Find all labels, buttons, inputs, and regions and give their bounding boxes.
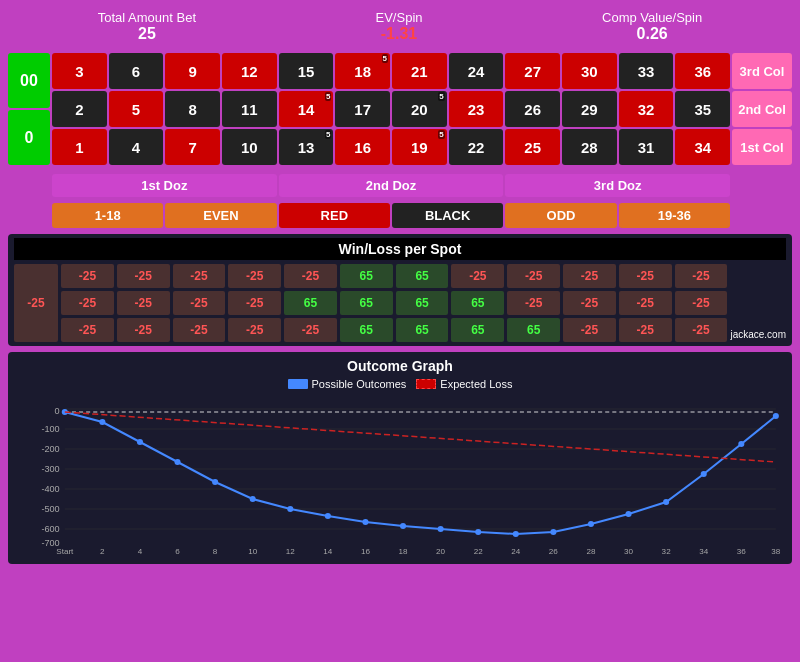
num-25[interactable]: 25 (505, 129, 560, 165)
svg-text:2: 2 (100, 547, 105, 554)
svg-text:34: 34 (699, 547, 709, 554)
wl-cell-green: 65 (340, 291, 393, 315)
svg-point-52 (626, 511, 632, 517)
num-31[interactable]: 31 (619, 129, 674, 165)
col-label-1st[interactable]: 1st Col (732, 129, 792, 165)
num-20[interactable]: 205 (392, 91, 447, 127)
num-19[interactable]: 195 (392, 129, 447, 165)
num-16[interactable]: 16 (335, 129, 390, 165)
num-5[interactable]: 5 (109, 91, 164, 127)
svg-text:10: 10 (248, 547, 258, 554)
num-28[interactable]: 28 (562, 129, 617, 165)
legend-expected-label: Expected Loss (440, 378, 512, 390)
num-9[interactable]: 9 (165, 53, 220, 89)
wl-cell: -25 (173, 291, 226, 315)
main-container: Total Amount Bet 25 EV/Spin -1.31 Comp V… (0, 0, 800, 572)
svg-point-42 (250, 496, 256, 502)
num-36[interactable]: 36 (675, 53, 730, 89)
stats-row: Total Amount Bet 25 EV/Spin -1.31 Comp V… (8, 8, 792, 47)
num-15[interactable]: 15 (279, 53, 334, 89)
svg-text:38: 38 (771, 547, 781, 554)
svg-text:22: 22 (474, 547, 484, 554)
wl-cell-green: 65 (340, 264, 393, 288)
wl-cell: -25 (228, 318, 281, 342)
num-26[interactable]: 26 (505, 91, 560, 127)
col-label-2nd[interactable]: 2nd Col (732, 91, 792, 127)
bet-red[interactable]: RED (279, 203, 390, 228)
svg-point-55 (738, 441, 744, 447)
win-loss-section: Win/Loss per Spot -25 -25 -25 -25 -25 -2… (8, 234, 792, 346)
svg-point-56 (773, 413, 779, 419)
num-10[interactable]: 10 (222, 129, 277, 165)
wl-cell: -25 (451, 264, 504, 288)
bet-odd[interactable]: ODD (505, 203, 616, 228)
svg-text:-100: -100 (41, 424, 59, 434)
num-2[interactable]: 2 (52, 91, 107, 127)
ev-block: EV/Spin -1.31 (376, 10, 423, 43)
num-27[interactable]: 27 (505, 53, 560, 89)
bet-black[interactable]: BLACK (392, 203, 503, 228)
svg-text:32: 32 (662, 547, 672, 554)
num-34[interactable]: 34 (675, 129, 730, 165)
num-18[interactable]: 185 (335, 53, 390, 89)
wl-cell: -25 (228, 291, 281, 315)
bet-1-18[interactable]: 1-18 (52, 203, 163, 228)
wl-cell: -25 (284, 264, 337, 288)
comp-block: Comp Value/Spin 0.26 (602, 10, 702, 43)
outside-bets-row: 1-18 EVEN RED BLACK ODD 19-36 (8, 203, 792, 228)
num-14[interactable]: 145 (279, 91, 334, 127)
zero-0[interactable]: 0 (8, 110, 50, 165)
svg-point-50 (550, 529, 556, 535)
wl-cell-green: 65 (396, 291, 449, 315)
svg-point-49 (513, 531, 519, 537)
wl-cell: -25 (507, 264, 560, 288)
doz-3rd[interactable]: 3rd Doz (505, 174, 730, 197)
svg-point-44 (325, 513, 331, 519)
num-24[interactable]: 24 (449, 53, 504, 89)
wl-cell: -25 (284, 318, 337, 342)
total-bet-label: Total Amount Bet (98, 10, 196, 25)
wl-zero-cell: -25 (14, 264, 58, 342)
num-33[interactable]: 33 (619, 53, 674, 89)
col-label-3rd[interactable]: 3rd Col (732, 53, 792, 89)
wl-cell: -25 (173, 264, 226, 288)
bet-even[interactable]: EVEN (165, 203, 276, 228)
wl-cell-green: 65 (507, 318, 560, 342)
svg-point-41 (212, 479, 218, 485)
num-11[interactable]: 11 (222, 91, 277, 127)
number-row-3: 1 4 7 10 135 16 195 22 25 28 31 34 (52, 129, 730, 165)
svg-text:28: 28 (586, 547, 596, 554)
num-13[interactable]: 135 (279, 129, 334, 165)
num-3[interactable]: 3 (52, 53, 107, 89)
svg-text:20: 20 (436, 547, 446, 554)
win-loss-title: Win/Loss per Spot (14, 238, 786, 260)
num-21[interactable]: 21 (392, 53, 447, 89)
num-7[interactable]: 7 (165, 129, 220, 165)
num-17[interactable]: 17 (335, 91, 390, 127)
zero-00[interactable]: 00 (8, 53, 50, 108)
num-22[interactable]: 22 (449, 129, 504, 165)
ev-label: EV/Spin (376, 10, 423, 25)
svg-point-54 (701, 471, 707, 477)
num-4[interactable]: 4 (109, 129, 164, 165)
svg-text:16: 16 (361, 547, 371, 554)
num-1[interactable]: 1 (52, 129, 107, 165)
bet-19-36[interactable]: 19-36 (619, 203, 730, 228)
svg-point-46 (400, 523, 406, 529)
dozens-spacer (8, 174, 50, 197)
num-6[interactable]: 6 (109, 53, 164, 89)
doz-1st[interactable]: 1st Doz (52, 174, 277, 197)
zeros-column: 00 0 (8, 53, 50, 165)
ev-value: -1.31 (376, 25, 423, 43)
num-29[interactable]: 29 (562, 91, 617, 127)
num-30[interactable]: 30 (562, 53, 617, 89)
wl-cell-green: 65 (396, 318, 449, 342)
num-32[interactable]: 32 (619, 91, 674, 127)
doz-2nd[interactable]: 2nd Doz (279, 174, 504, 197)
num-12[interactable]: 12 (222, 53, 277, 89)
svg-text:0: 0 (55, 406, 60, 416)
num-8[interactable]: 8 (165, 91, 220, 127)
num-35[interactable]: 35 (675, 91, 730, 127)
num-23[interactable]: 23 (449, 91, 504, 127)
svg-text:8: 8 (213, 547, 218, 554)
